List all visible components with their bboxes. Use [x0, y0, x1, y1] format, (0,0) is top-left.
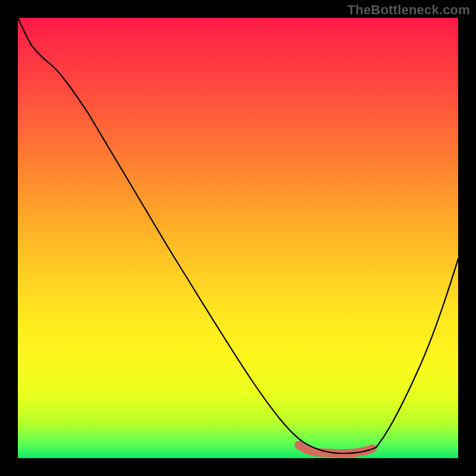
plot-area [18, 18, 458, 458]
bottleneck-curve [18, 18, 458, 453]
curve-svg [18, 18, 458, 458]
chart-frame: TheBottleneck.com [0, 0, 476, 476]
attribution-text: TheBottleneck.com [347, 2, 470, 18]
